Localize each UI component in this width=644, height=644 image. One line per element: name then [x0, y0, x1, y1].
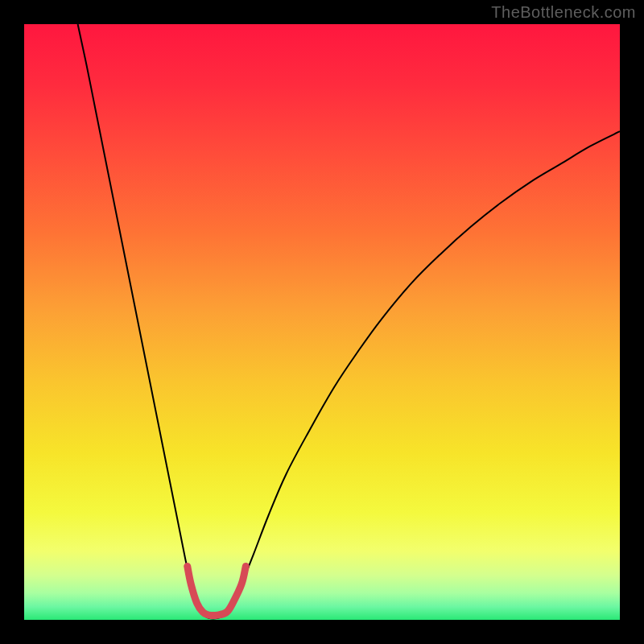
bottleneck-chart [24, 24, 620, 620]
watermark-text: TheBottleneck.com [491, 3, 636, 22]
chart-frame: TheBottleneck.com [0, 0, 644, 644]
plot-background [24, 24, 620, 620]
